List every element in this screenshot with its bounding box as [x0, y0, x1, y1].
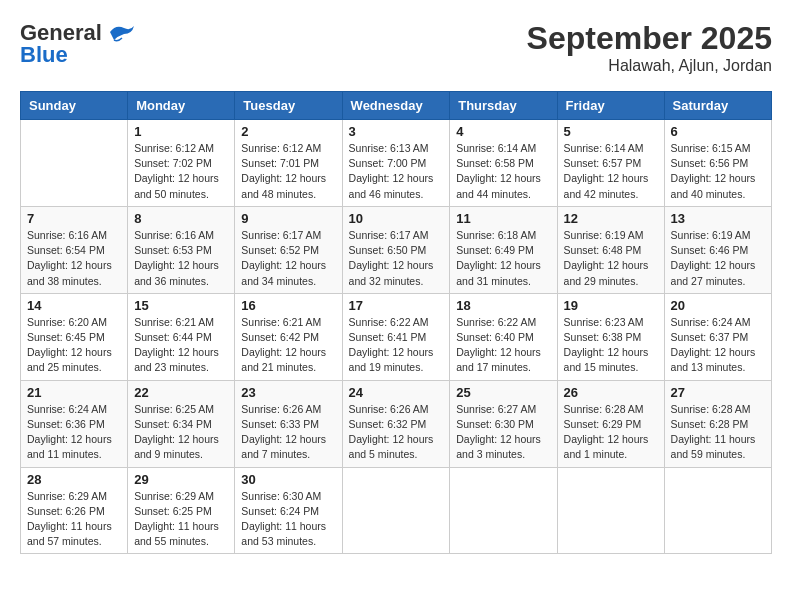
day-info: Sunrise: 6:22 AMSunset: 6:40 PMDaylight:… [456, 315, 550, 376]
day-info: Sunrise: 6:27 AMSunset: 6:30 PMDaylight:… [456, 402, 550, 463]
calendar-cell: 27Sunrise: 6:28 AMSunset: 6:28 PMDayligh… [664, 380, 771, 467]
day-number: 22 [134, 385, 228, 400]
calendar-cell: 13Sunrise: 6:19 AMSunset: 6:46 PMDayligh… [664, 206, 771, 293]
calendar-cell: 9Sunrise: 6:17 AMSunset: 6:52 PMDaylight… [235, 206, 342, 293]
calendar-cell: 20Sunrise: 6:24 AMSunset: 6:37 PMDayligh… [664, 293, 771, 380]
calendar-cell: 10Sunrise: 6:17 AMSunset: 6:50 PMDayligh… [342, 206, 450, 293]
page-header: General Blue September 2025 Halawah, Ajl… [20, 20, 772, 75]
calendar-cell [664, 467, 771, 554]
day-header-monday: Monday [128, 92, 235, 120]
day-info: Sunrise: 6:20 AMSunset: 6:45 PMDaylight:… [27, 315, 121, 376]
day-number: 6 [671, 124, 765, 139]
day-number: 19 [564, 298, 658, 313]
day-number: 28 [27, 472, 121, 487]
day-info: Sunrise: 6:16 AMSunset: 6:54 PMDaylight:… [27, 228, 121, 289]
day-info: Sunrise: 6:22 AMSunset: 6:41 PMDaylight:… [349, 315, 444, 376]
calendar-header-row: SundayMondayTuesdayWednesdayThursdayFrid… [21, 92, 772, 120]
calendar-week-row: 14Sunrise: 6:20 AMSunset: 6:45 PMDayligh… [21, 293, 772, 380]
day-info: Sunrise: 6:17 AMSunset: 6:50 PMDaylight:… [349, 228, 444, 289]
day-info: Sunrise: 6:15 AMSunset: 6:56 PMDaylight:… [671, 141, 765, 202]
day-info: Sunrise: 6:19 AMSunset: 6:48 PMDaylight:… [564, 228, 658, 289]
calendar-cell: 5Sunrise: 6:14 AMSunset: 6:57 PMDaylight… [557, 120, 664, 207]
day-info: Sunrise: 6:29 AMSunset: 6:25 PMDaylight:… [134, 489, 228, 550]
calendar-cell: 4Sunrise: 6:14 AMSunset: 6:58 PMDaylight… [450, 120, 557, 207]
calendar-cell: 29Sunrise: 6:29 AMSunset: 6:25 PMDayligh… [128, 467, 235, 554]
calendar-cell: 12Sunrise: 6:19 AMSunset: 6:48 PMDayligh… [557, 206, 664, 293]
logo-text-blue: Blue [20, 42, 68, 68]
day-info: Sunrise: 6:23 AMSunset: 6:38 PMDaylight:… [564, 315, 658, 376]
calendar-cell [450, 467, 557, 554]
day-number: 8 [134, 211, 228, 226]
calendar-cell [342, 467, 450, 554]
calendar-cell: 15Sunrise: 6:21 AMSunset: 6:44 PMDayligh… [128, 293, 235, 380]
calendar-week-row: 21Sunrise: 6:24 AMSunset: 6:36 PMDayligh… [21, 380, 772, 467]
calendar-cell: 28Sunrise: 6:29 AMSunset: 6:26 PMDayligh… [21, 467, 128, 554]
calendar-week-row: 28Sunrise: 6:29 AMSunset: 6:26 PMDayligh… [21, 467, 772, 554]
day-number: 24 [349, 385, 444, 400]
logo: General Blue [20, 20, 136, 68]
day-info: Sunrise: 6:30 AMSunset: 6:24 PMDaylight:… [241, 489, 335, 550]
day-info: Sunrise: 6:21 AMSunset: 6:42 PMDaylight:… [241, 315, 335, 376]
day-header-sunday: Sunday [21, 92, 128, 120]
calendar-week-row: 1Sunrise: 6:12 AMSunset: 7:02 PMDaylight… [21, 120, 772, 207]
day-number: 7 [27, 211, 121, 226]
calendar-cell: 21Sunrise: 6:24 AMSunset: 6:36 PMDayligh… [21, 380, 128, 467]
calendar-cell: 24Sunrise: 6:26 AMSunset: 6:32 PMDayligh… [342, 380, 450, 467]
calendar-cell: 2Sunrise: 6:12 AMSunset: 7:01 PMDaylight… [235, 120, 342, 207]
day-number: 26 [564, 385, 658, 400]
day-info: Sunrise: 6:16 AMSunset: 6:53 PMDaylight:… [134, 228, 228, 289]
calendar-cell: 8Sunrise: 6:16 AMSunset: 6:53 PMDaylight… [128, 206, 235, 293]
day-info: Sunrise: 6:18 AMSunset: 6:49 PMDaylight:… [456, 228, 550, 289]
day-info: Sunrise: 6:29 AMSunset: 6:26 PMDaylight:… [27, 489, 121, 550]
calendar-cell: 16Sunrise: 6:21 AMSunset: 6:42 PMDayligh… [235, 293, 342, 380]
day-info: Sunrise: 6:12 AMSunset: 7:01 PMDaylight:… [241, 141, 335, 202]
calendar-cell: 14Sunrise: 6:20 AMSunset: 6:45 PMDayligh… [21, 293, 128, 380]
day-number: 16 [241, 298, 335, 313]
day-number: 18 [456, 298, 550, 313]
day-number: 2 [241, 124, 335, 139]
day-info: Sunrise: 6:26 AMSunset: 6:32 PMDaylight:… [349, 402, 444, 463]
day-info: Sunrise: 6:26 AMSunset: 6:33 PMDaylight:… [241, 402, 335, 463]
day-info: Sunrise: 6:12 AMSunset: 7:02 PMDaylight:… [134, 141, 228, 202]
calendar-cell: 3Sunrise: 6:13 AMSunset: 7:00 PMDaylight… [342, 120, 450, 207]
day-number: 4 [456, 124, 550, 139]
calendar-cell: 17Sunrise: 6:22 AMSunset: 6:41 PMDayligh… [342, 293, 450, 380]
day-number: 17 [349, 298, 444, 313]
calendar-cell: 11Sunrise: 6:18 AMSunset: 6:49 PMDayligh… [450, 206, 557, 293]
day-number: 14 [27, 298, 121, 313]
day-info: Sunrise: 6:28 AMSunset: 6:29 PMDaylight:… [564, 402, 658, 463]
page-subtitle: Halawah, Ajlun, Jordan [527, 57, 772, 75]
calendar-cell: 1Sunrise: 6:12 AMSunset: 7:02 PMDaylight… [128, 120, 235, 207]
calendar-cell: 7Sunrise: 6:16 AMSunset: 6:54 PMDaylight… [21, 206, 128, 293]
day-header-tuesday: Tuesday [235, 92, 342, 120]
day-info: Sunrise: 6:17 AMSunset: 6:52 PMDaylight:… [241, 228, 335, 289]
calendar-cell: 26Sunrise: 6:28 AMSunset: 6:29 PMDayligh… [557, 380, 664, 467]
day-number: 3 [349, 124, 444, 139]
calendar-table: SundayMondayTuesdayWednesdayThursdayFrid… [20, 91, 772, 554]
day-number: 30 [241, 472, 335, 487]
day-header-saturday: Saturday [664, 92, 771, 120]
calendar-cell: 25Sunrise: 6:27 AMSunset: 6:30 PMDayligh… [450, 380, 557, 467]
day-info: Sunrise: 6:13 AMSunset: 7:00 PMDaylight:… [349, 141, 444, 202]
day-header-wednesday: Wednesday [342, 92, 450, 120]
day-number: 10 [349, 211, 444, 226]
day-number: 21 [27, 385, 121, 400]
day-header-thursday: Thursday [450, 92, 557, 120]
calendar-cell: 23Sunrise: 6:26 AMSunset: 6:33 PMDayligh… [235, 380, 342, 467]
calendar-week-row: 7Sunrise: 6:16 AMSunset: 6:54 PMDaylight… [21, 206, 772, 293]
day-info: Sunrise: 6:14 AMSunset: 6:57 PMDaylight:… [564, 141, 658, 202]
calendar-cell [557, 467, 664, 554]
calendar-cell: 22Sunrise: 6:25 AMSunset: 6:34 PMDayligh… [128, 380, 235, 467]
day-number: 12 [564, 211, 658, 226]
page-title: September 2025 [527, 20, 772, 57]
day-number: 1 [134, 124, 228, 139]
day-number: 27 [671, 385, 765, 400]
day-number: 11 [456, 211, 550, 226]
day-info: Sunrise: 6:28 AMSunset: 6:28 PMDaylight:… [671, 402, 765, 463]
day-number: 23 [241, 385, 335, 400]
calendar-cell [21, 120, 128, 207]
day-info: Sunrise: 6:24 AMSunset: 6:36 PMDaylight:… [27, 402, 121, 463]
calendar-cell: 18Sunrise: 6:22 AMSunset: 6:40 PMDayligh… [450, 293, 557, 380]
day-number: 5 [564, 124, 658, 139]
day-info: Sunrise: 6:14 AMSunset: 6:58 PMDaylight:… [456, 141, 550, 202]
